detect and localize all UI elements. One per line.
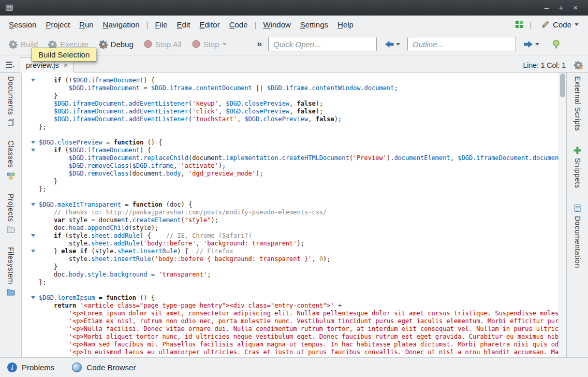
menu-edit[interactable]: Edit [172,18,195,32]
menu-window[interactable]: Window [258,18,295,32]
code-line[interactable]: var style = document.createElement("styl… [22,216,566,224]
code-line[interactable]: $DGD.iframeDocument.addEventListener('cl… [22,108,566,115]
editor-settings-button[interactable] [574,61,583,69]
tab-close-icon[interactable]: × [64,62,68,69]
menu-session[interactable]: Session [4,18,41,32]
working-set-icon[interactable] [516,21,523,28]
code-line[interactable]: '<p>Nulla facilisi. Donec vitae ornare d… [22,325,566,333]
fold-marker[interactable] [22,232,39,240]
vertical-scrollbar[interactable] [558,72,566,357]
code-line[interactable]: } [22,263,566,271]
chevron-down-icon[interactable] [535,43,539,46]
lightbulb-button[interactable] [549,38,564,51]
code-line[interactable]: '<p>Etiam ex nisl, rutrum non odio nec, … [22,317,566,325]
code-line[interactable]: $DGD.makeItTransparent = function (doc) … [22,201,566,209]
fold-triangle-icon[interactable] [31,149,35,152]
code-line[interactable]: $DGD.closePreview = function () { [22,139,566,147]
fold-triangle-icon[interactable] [31,234,35,237]
code-line[interactable]: doc.head.appendChild(style); [22,224,566,232]
menu-navigation[interactable]: Navigation [98,18,144,32]
menu-settings[interactable]: Settings [296,18,333,32]
fold-marker[interactable] [22,147,39,154]
info-icon: i [7,363,17,372]
fold-marker[interactable] [22,294,39,302]
code-line[interactable]: } [22,92,566,100]
stop-all-button[interactable]: Stop All [139,37,186,51]
fold-marker[interactable] [22,77,39,84]
close-button[interactable]: × [568,0,583,16]
code-line[interactable]: doc.body.style.background = 'transparent… [22,271,566,279]
code-line[interactable]: '<p>Lorem ipsum dolor sit amet, consecte… [22,310,566,317]
code-line[interactable]: } else if (style.sheet.insertRule) { // … [22,248,566,255]
tool-button-filesystem[interactable]: Filesystem [7,247,15,296]
code-line[interactable]: } [22,178,566,185]
tool-button-documents[interactable]: Documents [7,76,15,127]
code-line[interactable]: $DGD.iframeDocument = $DGD.iframe.conten… [22,84,566,92]
outline-input[interactable] [407,37,516,51]
minimize-button[interactable]: – [539,0,554,16]
scrollbar-thumb[interactable] [560,74,565,97]
quick-open-input[interactable] [268,37,377,51]
code-line[interactable]: '<p>In euismod lacus eu ullamcorper ultr… [22,349,566,356]
code-line[interactable]: }; [22,279,566,286]
code-line[interactable] [22,286,566,294]
code-line[interactable]: }; [22,123,566,131]
code-line[interactable]: '<p>Nam sed faucibus mi. Phasellus facil… [22,341,566,349]
gutter [22,286,39,294]
code-text: $DGD.closePreview = function () { [39,139,162,147]
chevron-down-icon[interactable] [396,43,400,46]
code-line[interactable]: $DGD.removeClass($DGD.iframe, 'activate'… [22,162,566,170]
code-line[interactable]: }; [22,185,566,193]
code-line[interactable]: if (style.sheet.addRule) { // IE, Chrome… [22,232,566,240]
fold-marker[interactable] [22,248,39,255]
fold-triangle-icon[interactable] [31,203,35,206]
code-line[interactable] [22,193,566,201]
tool-button-external-scripts[interactable]: External Scripts [574,76,582,131]
code-line[interactable]: if (!$DGD.iframeDocument) { [22,77,566,84]
code-browser-toggle-button[interactable]: Code Browser [72,363,136,372]
debug-button[interactable]: Debug [94,37,138,51]
code-line[interactable]: $DGD.iframeDocument.addEventListener('ke… [22,100,566,108]
tool-button-documentation[interactable]: Documentation [574,204,582,268]
right-dock: External Scripts Snippets Documentation [566,72,588,357]
editor[interactable]: if (!$DGD.iframeDocument) { $DGD.iframeD… [22,72,566,357]
code-line[interactable]: '<p>Morbi aliquet tortor nunc, id ultric… [22,333,566,341]
code-line[interactable]: if ($DGD.iframeDocument) { [22,147,566,154]
document-list-icon [5,61,15,69]
menu-file[interactable]: File [150,18,172,32]
maximize-button[interactable]: + [554,0,568,16]
fold-marker[interactable] [22,201,39,209]
code-line[interactable]: $DGD.iframeDocument.addEventListener('to… [22,115,566,123]
code-line[interactable]: style.sheet.insertRule('body::before { b… [22,255,566,263]
fold-triangle-icon[interactable] [31,296,35,299]
code-line[interactable]: style.sheet.addRule('body::before', 'bac… [22,240,566,248]
code-line[interactable]: $DGD.iframeDocument.replaceChild(documen… [22,154,566,162]
gutter [22,209,39,216]
code-line[interactable]: return '<article class="page type-page h… [22,302,566,310]
fold-triangle-icon[interactable] [31,79,35,82]
tool-button-projects[interactable]: Projects [7,194,15,234]
tool-button-snippets[interactable]: Snippets [574,147,582,188]
tool-button-classes[interactable]: Classes [7,140,15,180]
document-list-button[interactable] [0,61,20,72]
menu-editor[interactable]: Editor [195,18,224,32]
menu-help[interactable]: Help [333,18,358,32]
stop-button[interactable]: Stop [187,37,231,51]
code-line[interactable]: $DGD.loremIpsum = function () { [22,294,566,302]
fold-triangle-icon[interactable] [31,250,35,253]
perspective-button[interactable]: Code [538,18,582,31]
code-line[interactable]: $DGD.removeClass(document.body, 'dgd_pre… [22,170,566,178]
fold-marker[interactable] [22,139,39,147]
code-line[interactable] [22,131,566,139]
toolbar-overflow-button[interactable]: » [254,39,265,49]
fold-triangle-icon[interactable] [31,141,35,144]
back-button[interactable] [381,38,403,50]
forward-button[interactable] [521,38,542,50]
menu-code[interactable]: Code [225,18,253,32]
tool-button-label: Snippets [574,158,582,188]
menu-project[interactable]: Project [41,18,75,32]
problems-toggle-button[interactable]: i Problems [7,363,54,372]
menu-run[interactable]: Run [75,18,98,32]
code-line[interactable]: // thanks to: http://pankajparashar.com/… [22,209,566,216]
code-text: }; [39,279,46,286]
